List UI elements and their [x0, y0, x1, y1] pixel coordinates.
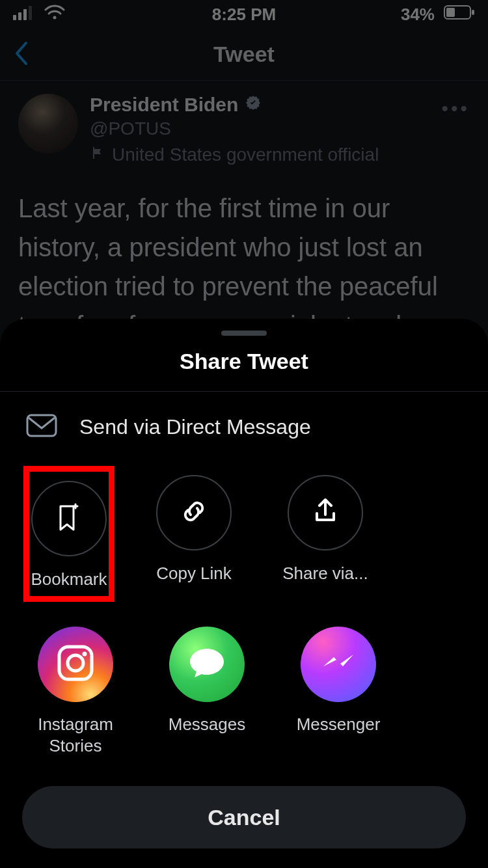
svg-rect-9: [59, 647, 92, 679]
messages-app[interactable]: Messages: [161, 627, 252, 756]
messages-icon: [183, 640, 230, 689]
instagram-stories-app[interactable]: Instagram Stories: [30, 627, 121, 756]
cancel-button[interactable]: Cancel: [22, 786, 466, 848]
bookmark-add-icon: [51, 500, 87, 537]
link-icon: [176, 494, 211, 532]
send-dm-row[interactable]: Send via Direct Message: [0, 392, 488, 457]
share-icon: [308, 494, 343, 532]
svg-point-11: [83, 652, 87, 657]
sheet-title: Share Tweet: [0, 349, 488, 392]
svg-rect-8: [27, 415, 56, 436]
instagram-icon: [54, 642, 97, 687]
share-sheet: Share Tweet Send via Direct Message Book…: [0, 319, 488, 868]
messenger-icon: [316, 640, 361, 688]
svg-point-10: [68, 655, 83, 671]
messenger-label: Messenger: [297, 714, 381, 735]
share-via-action[interactable]: Share via...: [280, 475, 371, 595]
cancel-label: Cancel: [208, 805, 280, 830]
share-via-label: Share via...: [282, 563, 368, 584]
copy-link-label: Copy Link: [156, 563, 232, 584]
messenger-app[interactable]: Messenger: [293, 627, 384, 756]
bookmark-label: Bookmark: [31, 569, 107, 590]
messages-label: Messages: [169, 714, 246, 735]
instagram-stories-label: Instagram Stories: [30, 714, 121, 756]
sheet-grabber[interactable]: [221, 331, 267, 336]
bookmark-action[interactable]: Bookmark: [23, 466, 115, 602]
send-dm-label: Send via Direct Message: [79, 415, 311, 439]
envelope-icon: [26, 414, 57, 440]
copy-link-action[interactable]: Copy Link: [148, 475, 239, 595]
